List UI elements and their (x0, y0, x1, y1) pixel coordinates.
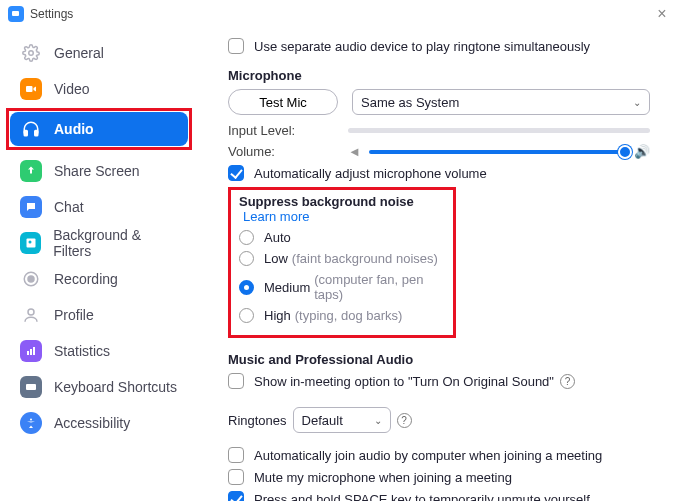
sidebar-item-video[interactable]: Video (10, 72, 188, 106)
separate-audio-row[interactable]: Use separate audio device to play ringto… (228, 38, 650, 54)
noise-option-low[interactable]: Low (faint background noises) (239, 251, 445, 266)
radio-icon[interactable] (239, 251, 254, 266)
zoom-icon (8, 6, 24, 22)
svg-point-0 (29, 51, 34, 56)
svg-point-7 (28, 276, 34, 282)
radio-hint: (computer fan, pen taps) (314, 272, 445, 302)
volume-label: Volume: (228, 144, 348, 159)
sidebar-item-recording[interactable]: Recording (10, 262, 188, 296)
radio-label: Low (264, 251, 288, 266)
microphone-heading: Microphone (228, 68, 650, 83)
ringtones-select[interactable]: Default ⌄ (293, 407, 391, 433)
accessibility-icon (20, 412, 42, 434)
pro-audio-heading: Music and Professional Audio (228, 352, 650, 367)
close-button[interactable]: × (652, 5, 672, 23)
mic-select-value: Same as System (361, 95, 459, 110)
noise-option-high[interactable]: High (typing, dog barks) (239, 308, 445, 323)
space-unmute-row[interactable]: Press and hold SPACE key to temporarily … (228, 491, 650, 501)
sidebar-item-label: Audio (54, 121, 94, 137)
checkbox-auto-adjust[interactable] (228, 165, 244, 181)
profile-icon (20, 304, 42, 326)
sidebar-item-audio[interactable]: Audio (10, 112, 188, 146)
checkbox-label: Mute my microphone when joining a meetin… (254, 470, 512, 485)
sidebar-item-label: General (54, 45, 104, 61)
svg-rect-12 (26, 384, 36, 390)
checkbox-label: Use separate audio device to play ringto… (254, 39, 590, 54)
ringtones-label: Ringtones (228, 413, 287, 428)
gear-icon (20, 42, 42, 64)
help-icon[interactable]: ? (560, 374, 575, 389)
checkbox-label: Automatically adjust microphone volume (254, 166, 487, 181)
checkbox-separate-audio[interactable] (228, 38, 244, 54)
radio-label: Auto (264, 230, 291, 245)
sidebar-item-label: Background & Filters (53, 227, 178, 259)
share-icon (20, 160, 42, 182)
radio-icon[interactable] (239, 230, 254, 245)
svg-point-8 (28, 309, 34, 315)
radio-hint: (typing, dog barks) (295, 308, 403, 323)
radio-hint: (faint background noises) (292, 251, 438, 266)
original-sound-row[interactable]: Show in-meeting option to "Turn On Origi… (228, 373, 650, 389)
sidebar-item-general[interactable]: General (10, 36, 188, 70)
highlight-audio: Audio (6, 108, 192, 150)
radio-icon[interactable] (239, 280, 254, 295)
slider-thumb[interactable] (618, 145, 632, 159)
sidebar-item-label: Profile (54, 307, 94, 323)
auto-adjust-row[interactable]: Automatically adjust microphone volume (228, 165, 650, 181)
svg-point-13 (30, 419, 32, 421)
sidebar-item-label: Share Screen (54, 163, 140, 179)
chevron-down-icon: ⌄ (374, 415, 382, 426)
checkbox-auto-join[interactable] (228, 447, 244, 463)
noise-heading: Suppress background noise (239, 194, 414, 209)
svg-rect-3 (35, 131, 38, 136)
auto-join-row[interactable]: Automatically join audio by computer whe… (228, 447, 650, 463)
svg-rect-9 (27, 351, 29, 355)
sidebar-item-statistics[interactable]: Statistics (10, 334, 188, 368)
noise-option-auto[interactable]: Auto (239, 230, 445, 245)
mute-join-row[interactable]: Mute my microphone when joining a meetin… (228, 469, 650, 485)
mic-select[interactable]: Same as System ⌄ (352, 89, 650, 115)
titlebar: Settings × (0, 0, 680, 28)
speaker-high-icon: 🔊 (634, 144, 650, 159)
chevron-down-icon: ⌄ (633, 97, 641, 108)
sidebar-item-accessibility[interactable]: Accessibility (10, 406, 188, 440)
video-icon (20, 78, 42, 100)
svg-rect-2 (24, 131, 27, 136)
checkbox-label: Automatically join audio by computer whe… (254, 448, 602, 463)
input-level-meter (348, 128, 650, 133)
background-icon (20, 232, 41, 254)
noise-option-medium[interactable]: Medium (computer fan, pen taps) (239, 272, 445, 302)
test-mic-button[interactable]: Test Mic (228, 89, 338, 115)
checkbox-mute-join[interactable] (228, 469, 244, 485)
radio-label: High (264, 308, 291, 323)
input-level-label: Input Level: (228, 123, 348, 138)
sidebar-item-label: Chat (54, 199, 84, 215)
volume-slider[interactable] (369, 150, 628, 154)
chat-icon (20, 196, 42, 218)
sidebar-item-share-screen[interactable]: Share Screen (10, 154, 188, 188)
svg-rect-11 (33, 347, 35, 355)
stats-icon (20, 340, 42, 362)
checkbox-label: Press and hold SPACE key to temporarily … (254, 492, 590, 502)
sidebar-item-profile[interactable]: Profile (10, 298, 188, 332)
window-title: Settings (30, 7, 73, 21)
noise-highlight: Suppress background noise Learn more Aut… (228, 187, 456, 338)
keyboard-icon (20, 376, 42, 398)
checkbox-space-unmute[interactable] (228, 491, 244, 501)
sidebar-item-chat[interactable]: Chat (10, 190, 188, 224)
sidebar-item-label: Statistics (54, 343, 110, 359)
sidebar-item-background-filters[interactable]: Background & Filters (10, 226, 188, 260)
checkbox-original-sound[interactable] (228, 373, 244, 389)
content-pane: Use separate audio device to play ringto… (198, 28, 680, 501)
help-icon[interactable]: ? (397, 413, 412, 428)
sidebar: General Video Audio Share Screen (0, 28, 198, 501)
headphones-icon (20, 118, 42, 140)
recording-icon (20, 268, 42, 290)
ringtones-value: Default (302, 413, 343, 428)
sidebar-item-label: Accessibility (54, 415, 130, 431)
learn-more-link[interactable]: Learn more (243, 209, 309, 224)
checkbox-label: Show in-meeting option to "Turn On Origi… (254, 374, 554, 389)
sidebar-item-label: Recording (54, 271, 118, 287)
radio-icon[interactable] (239, 308, 254, 323)
sidebar-item-keyboard-shortcuts[interactable]: Keyboard Shortcuts (10, 370, 188, 404)
